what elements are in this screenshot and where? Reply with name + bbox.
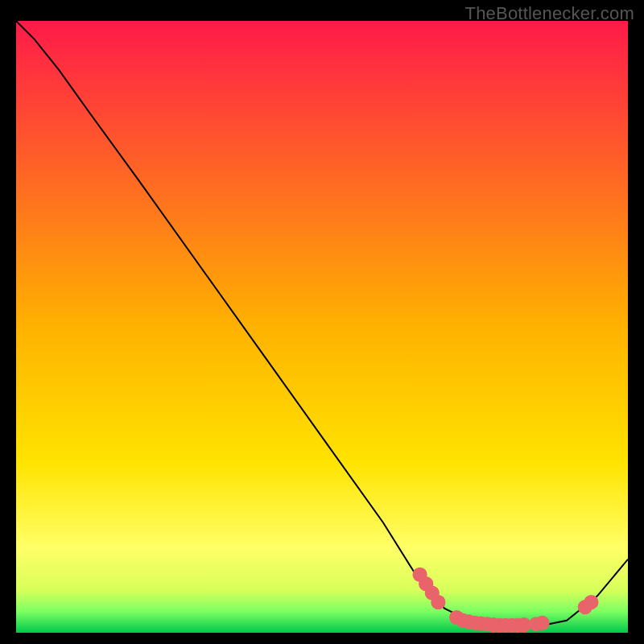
chart-frame: TheBottlenecker.com [0, 0, 644, 644]
watermark-text: TheBottlenecker.com [465, 3, 634, 24]
data-marker [584, 595, 598, 609]
bottleneck-curve-chart [16, 21, 628, 633]
data-marker [535, 616, 549, 630]
gradient-background [16, 21, 628, 633]
plot-area [16, 21, 628, 633]
data-marker [431, 595, 445, 609]
